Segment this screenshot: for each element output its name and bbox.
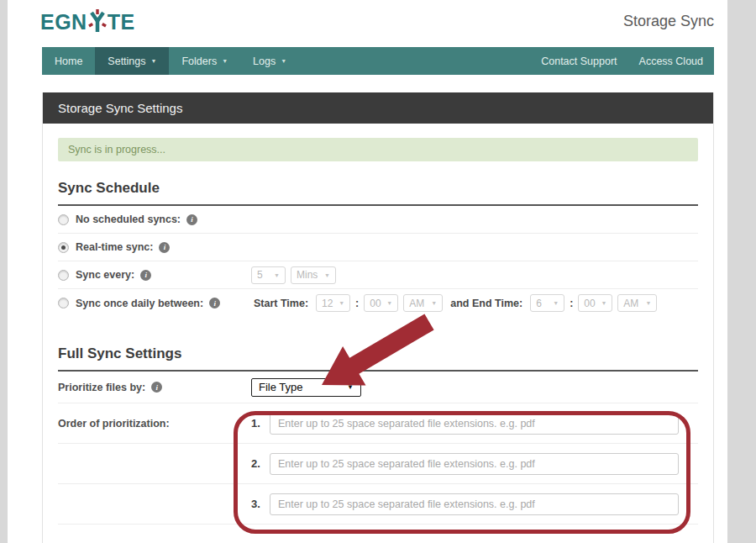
order-priority-row-1: Order of prioritization: 1. — [58, 403, 698, 444]
start-minute-value: 00 — [370, 298, 381, 309]
end-ampm-select[interactable]: AM ▼ — [617, 294, 657, 312]
option-row-realtime-sync: Real-time sync: i — [58, 234, 698, 261]
start-ampm-value: AM — [409, 298, 424, 309]
sync-status-banner: Sync is in progress... — [58, 138, 698, 161]
prioritize-files-row: Prioritize files by: i File Type ▼ — [58, 372, 698, 403]
start-hour-value: 12 — [322, 298, 333, 309]
chevron-down-icon: ▼ — [553, 300, 559, 306]
radio-button-sync-every[interactable] — [58, 270, 69, 281]
settings-panel: Storage Sync Settings Sync is in progres… — [42, 92, 714, 543]
start-minute-select[interactable]: 00 ▼ — [364, 294, 398, 312]
option-label: Real-time sync: — [76, 241, 153, 253]
nav-settings-label: Settings — [108, 55, 145, 67]
chevron-down-icon: ▼ — [281, 58, 286, 64]
logo-text-left: EGN — [40, 9, 87, 34]
info-icon[interactable]: i — [209, 298, 220, 308]
nav-logs-label: Logs — [253, 55, 276, 67]
daily-time-controls: Start Time: 12 ▼ : 00 ▼ AM ▼ and End Tim… — [251, 294, 657, 312]
nav-item-logs[interactable]: Logs ▼ — [240, 47, 299, 75]
priority-number-2: 2. — [251, 457, 270, 470]
priority-number-3: 3. — [251, 498, 270, 510]
order-label-text: Order of prioritization: — [58, 418, 170, 430]
product-title: Storage Sync — [623, 13, 714, 30]
page-left-margin — [0, 0, 8, 543]
interval-value: 5 — [257, 269, 263, 281]
nav-item-access-cloud[interactable]: Access Cloud — [628, 47, 714, 75]
extensions-input-2[interactable] — [270, 453, 679, 475]
order-priority-row-2: 2. — [58, 444, 698, 484]
nav-item-folders[interactable]: Folders ▼ — [169, 47, 240, 75]
interval-unit-value: Mins — [297, 269, 318, 281]
option-label: Sync once daily between: — [76, 298, 203, 309]
radio-button-no-scheduled-syncs[interactable] — [58, 214, 69, 225]
option-label: No scheduled syncs: — [76, 214, 181, 225]
radio-option-realtime-sync[interactable]: Real-time sync: i — [58, 241, 251, 253]
nav-item-home[interactable]: Home — [42, 47, 95, 75]
option-row-sync-daily: Sync once daily between: i Start Time: 1… — [58, 289, 698, 317]
info-icon[interactable]: i — [159, 242, 170, 253]
chevron-down-icon: ▼ — [324, 272, 330, 278]
nav-item-contact-support[interactable]: Contact Support — [530, 47, 627, 75]
chevron-down-icon: ▼ — [222, 58, 228, 64]
extensions-input-1[interactable] — [270, 413, 679, 435]
panel-title: Storage Sync Settings — [58, 101, 182, 115]
start-ampm-select[interactable]: AM ▼ — [403, 294, 443, 312]
egnyte-logo: EGN TE — [40, 8, 135, 35]
panel-body: Sync is in progress... Sync Schedule No … — [43, 124, 713, 525]
chevron-down-icon: ▼ — [431, 300, 437, 306]
chevron-down-icon: ▼ — [151, 58, 157, 64]
chevron-down-icon: ▼ — [386, 300, 392, 306]
prioritize-by-select[interactable]: File Type ▼ — [251, 378, 361, 397]
order-of-prioritization-label: Order of prioritization: — [58, 418, 251, 430]
time-colon: : — [355, 298, 359, 309]
logo-text-right: TE — [108, 9, 135, 34]
chevron-down-icon: ▼ — [347, 383, 354, 391]
chevron-down-icon: ▼ — [645, 300, 651, 306]
end-hour-select[interactable]: 6 ▼ — [530, 294, 564, 312]
prioritize-label: Prioritize files by: — [58, 382, 145, 393]
nav-contact-support-label: Contact Support — [541, 55, 617, 67]
info-icon[interactable]: i — [151, 382, 162, 393]
option-row-sync-every: Sync every: i 5 ▼ Mins ▼ — [58, 261, 698, 289]
nav-home-label: Home — [55, 55, 82, 67]
nav-folders-label: Folders — [181, 55, 217, 67]
radio-option-no-scheduled-syncs[interactable]: No scheduled syncs: i — [58, 214, 251, 225]
prioritize-by-value: File Type — [259, 381, 303, 393]
option-row-no-scheduled-syncs: No scheduled syncs: i — [58, 206, 698, 234]
prioritize-label-group: Prioritize files by: i — [58, 382, 251, 393]
chevron-down-icon: ▼ — [339, 300, 344, 306]
info-icon[interactable]: i — [186, 214, 197, 225]
time-colon: : — [570, 298, 573, 309]
end-minute-select[interactable]: 00 ▼ — [578, 294, 612, 312]
main-nav: Home Settings ▼ Folders ▼ Logs ▼ Contact… — [42, 47, 714, 75]
info-icon[interactable]: i — [140, 270, 151, 281]
sync-schedule-heading: Sync Schedule — [58, 180, 698, 206]
radio-button-sync-daily[interactable] — [58, 298, 69, 308]
order-priority-row-3: 3. — [58, 484, 698, 525]
chevron-down-icon: ▼ — [274, 272, 280, 278]
end-time-label: and End Time: — [450, 298, 522, 309]
extensions-input-3[interactable] — [270, 493, 679, 515]
radio-option-sync-every[interactable]: Sync every: i — [58, 269, 251, 281]
start-hour-select[interactable]: 12 ▼ — [316, 294, 350, 312]
radio-option-sync-daily[interactable]: Sync once daily between: i — [58, 298, 251, 309]
start-time-label: Start Time: — [254, 298, 308, 309]
priority-number-1: 1. — [251, 417, 270, 430]
panel-header: Storage Sync Settings — [43, 92, 713, 124]
end-hour-value: 6 — [536, 298, 542, 309]
end-ampm-value: AM — [623, 298, 638, 309]
interval-unit-select[interactable]: Mins ▼ — [291, 266, 336, 284]
end-minute-value: 00 — [584, 298, 595, 309]
chevron-down-icon: ▼ — [601, 300, 606, 306]
interval-select[interactable]: 5 ▼ — [251, 266, 286, 284]
sync-every-controls: 5 ▼ Mins ▼ — [251, 266, 336, 284]
full-sync-settings-heading: Full Sync Settings — [58, 345, 698, 372]
nav-right-group: Contact Support Access Cloud — [530, 47, 714, 75]
option-label: Sync every: — [76, 269, 134, 281]
page-right-margin — [727, 0, 756, 543]
nav-access-cloud-label: Access Cloud — [639, 55, 703, 67]
egnyte-asterisk-icon — [88, 9, 107, 34]
nav-item-settings[interactable]: Settings ▼ — [95, 47, 169, 75]
radio-button-realtime-sync[interactable] — [58, 242, 69, 253]
storage-sync-settings-page: EGN TE Storage Sync Home Settings ▼ Fold… — [0, 0, 756, 543]
